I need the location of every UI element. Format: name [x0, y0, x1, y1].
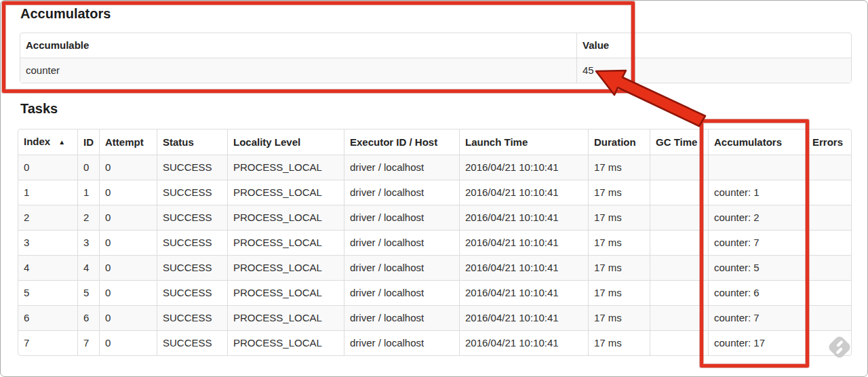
task-cell-status: SUCCESS [157, 230, 227, 255]
column-header-executor-id-host[interactable]: Executor ID / Host [344, 130, 459, 155]
task-cell-launch: 2016/04/21 10:10:41 [459, 155, 588, 180]
task-cell-index: 4 [18, 255, 77, 280]
task-cell-locality: PROCESS_LOCAL [227, 155, 344, 180]
task-cell-errors [806, 305, 851, 330]
task-cell-errors [806, 205, 851, 230]
task-cell-id: 2 [77, 205, 99, 230]
task-cell-duration: 17 ms [588, 280, 650, 305]
column-header-status[interactable]: Status [157, 130, 227, 155]
sort-ascending-icon: ▲ [58, 138, 65, 146]
column-header-errors[interactable]: Errors [806, 130, 851, 155]
task-cell-locality: PROCESS_LOCAL [227, 255, 344, 280]
task-cell-gctime [650, 180, 708, 205]
task-cell-gctime [650, 230, 708, 255]
task-cell-duration: 17 ms [588, 255, 650, 280]
task-cell-index: 7 [18, 330, 77, 355]
task-cell-gctime [650, 255, 708, 280]
task-cell-locality: PROCESS_LOCAL [227, 180, 344, 205]
task-cell-launch: 2016/04/21 10:10:41 [459, 280, 588, 305]
task-cell-duration: 17 ms [588, 155, 650, 180]
task-cell-id: 3 [77, 230, 99, 255]
task-row: 000SUCCESSPROCESS_LOCALdriver / localhos… [18, 155, 851, 180]
task-cell-id: 6 [77, 305, 99, 330]
task-cell-launch: 2016/04/21 10:10:41 [459, 230, 588, 255]
task-cell-duration: 17 ms [588, 180, 650, 205]
task-cell-locality: PROCESS_LOCAL [227, 305, 344, 330]
column-header-duration[interactable]: Duration [588, 130, 650, 155]
task-cell-attempt: 0 [99, 305, 157, 330]
task-cell-status: SUCCESS [157, 330, 227, 355]
task-cell-locality: PROCESS_LOCAL [227, 205, 344, 230]
accumulable-value-cell: 45 [576, 58, 851, 83]
task-cell-errors [806, 180, 851, 205]
task-cell-locality: PROCESS_LOCAL [227, 330, 344, 355]
task-cell-duration: 17 ms [588, 305, 650, 330]
task-cell-status: SUCCESS [157, 155, 227, 180]
task-cell-gctime [650, 155, 708, 180]
column-header-accumulators[interactable]: Accumulators [708, 130, 806, 155]
task-cell-errors [806, 255, 851, 280]
task-cell-gctime [650, 305, 708, 330]
task-cell-locality: PROCESS_LOCAL [227, 230, 344, 255]
column-header-attempt[interactable]: Attempt [99, 130, 157, 155]
task-cell-executor: driver / localhost [344, 255, 459, 280]
task-cell-errors [806, 155, 851, 180]
task-cell-accumulators: counter: 6 [708, 280, 806, 305]
task-cell-attempt: 0 [99, 155, 157, 180]
task-cell-accumulators: counter: 1 [708, 180, 806, 205]
task-cell-launch: 2016/04/21 10:10:41 [459, 180, 588, 205]
task-cell-attempt: 0 [99, 280, 157, 305]
task-row: 770SUCCESSPROCESS_LOCALdriver / localhos… [18, 330, 851, 355]
skitch-watermark-icon [825, 332, 854, 362]
task-cell-status: SUCCESS [157, 280, 227, 305]
task-row: 110SUCCESSPROCESS_LOCALdriver / localhos… [18, 180, 851, 205]
task-cell-launch: 2016/04/21 10:10:41 [459, 305, 588, 330]
task-cell-attempt: 0 [99, 330, 157, 355]
column-header-value: Value [576, 33, 851, 58]
task-cell-locality: PROCESS_LOCAL [227, 280, 344, 305]
task-row: 660SUCCESSPROCESS_LOCALdriver / localhos… [18, 305, 851, 330]
task-cell-launch: 2016/04/21 10:10:41 [459, 330, 588, 355]
task-cell-accumulators: counter: 2 [708, 205, 806, 230]
task-cell-attempt: 0 [99, 230, 157, 255]
column-header-gc-time[interactable]: GC Time [650, 130, 708, 155]
task-cell-launch: 2016/04/21 10:10:41 [459, 205, 588, 230]
task-cell-attempt: 0 [99, 180, 157, 205]
task-cell-gctime [650, 330, 708, 355]
task-cell-executor: driver / localhost [344, 305, 459, 330]
task-cell-accumulators: counter: 7 [708, 305, 806, 330]
tasks-header-row: Index▲ ID Attempt Status Locality Level … [18, 130, 851, 155]
task-cell-id: 5 [77, 280, 99, 305]
task-cell-index: 5 [18, 280, 77, 305]
task-cell-executor: driver / localhost [344, 330, 459, 355]
task-cell-errors [806, 280, 851, 305]
task-cell-accumulators [708, 155, 806, 180]
task-cell-status: SUCCESS [157, 255, 227, 280]
task-cell-index: 2 [18, 205, 77, 230]
task-cell-index: 1 [18, 180, 77, 205]
task-cell-index: 6 [18, 305, 77, 330]
task-cell-index: 0 [18, 155, 77, 180]
column-header-id[interactable]: ID [77, 130, 99, 155]
tasks-table: Index▲ ID Attempt Status Locality Level … [18, 129, 852, 356]
task-cell-executor: driver / localhost [344, 230, 459, 255]
task-cell-executor: driver / localhost [344, 205, 459, 230]
task-cell-executor: driver / localhost [344, 155, 459, 180]
task-cell-duration: 17 ms [588, 205, 650, 230]
task-cell-status: SUCCESS [157, 180, 227, 205]
accumulators-header-row: Accumulable Value [20, 33, 851, 58]
task-cell-index: 3 [18, 230, 77, 255]
column-header-locality-level[interactable]: Locality Level [227, 130, 344, 155]
task-cell-gctime [650, 280, 708, 305]
task-cell-id: 1 [77, 180, 99, 205]
column-header-index[interactable]: Index▲ [18, 130, 77, 155]
task-cell-duration: 17 ms [588, 230, 650, 255]
tasks-table-body: 000SUCCESSPROCESS_LOCALdriver / localhos… [18, 155, 851, 355]
task-cell-gctime [650, 205, 708, 230]
task-cell-attempt: 0 [99, 255, 157, 280]
accumulator-row: counter 45 [20, 58, 851, 83]
column-header-launch-time[interactable]: Launch Time [459, 130, 588, 155]
column-header-accumulable: Accumulable [20, 33, 576, 58]
task-row: 220SUCCESSPROCESS_LOCALdriver / localhos… [18, 205, 851, 230]
task-cell-errors [806, 230, 851, 255]
